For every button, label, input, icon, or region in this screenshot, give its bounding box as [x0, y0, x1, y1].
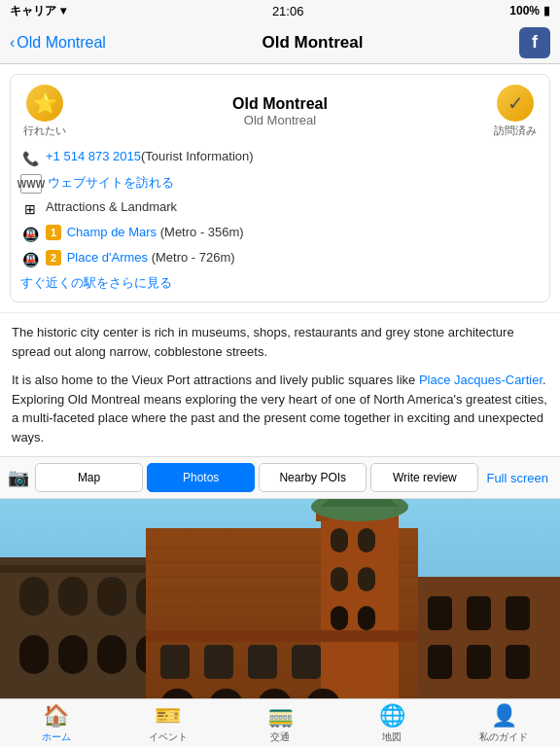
svg-rect-46 — [418, 577, 560, 698]
back-label: Old Montreal — [17, 34, 106, 52]
svg-marker-30 — [321, 499, 399, 507]
svg-rect-4 — [58, 577, 88, 616]
svg-rect-45 — [146, 630, 418, 642]
svg-rect-31 — [331, 528, 348, 552]
place-jacquescartier-link[interactable]: Place Jacques-Cartier — [419, 373, 542, 387]
svg-rect-32 — [358, 528, 375, 552]
carrier-text: キャリア — [10, 3, 56, 19]
visited-label: 訪問済み — [494, 124, 537, 138]
svg-rect-9 — [97, 635, 126, 674]
back-button[interactable]: ‹ Old Montreal — [10, 34, 106, 52]
facebook-button[interactable]: f — [519, 27, 550, 58]
svg-rect-34 — [358, 567, 375, 591]
description-section: The historic city center is rich in muse… — [0, 312, 560, 456]
svg-rect-8 — [58, 635, 88, 674]
website-row: WWW ウェブサイトを訪れる — [20, 171, 540, 196]
description-p2: It is also home to the Vieux Port attrac… — [12, 371, 548, 446]
svg-rect-3 — [19, 577, 49, 616]
tab-map[interactable]: 🌐 地図 — [336, 703, 448, 744]
metro-badge-2: 2 — [46, 250, 61, 266]
svg-rect-36 — [358, 606, 375, 630]
tab-my-guide[interactable]: 👤 私のガイド — [448, 703, 560, 744]
metro1-link[interactable]: Champ de Mars — [67, 225, 157, 239]
phone-suffix: (Tourist Information) — [141, 149, 254, 163]
svg-rect-52 — [506, 645, 530, 679]
svg-rect-5 — [97, 577, 126, 616]
content-area: ⭐ 行れたい Old Montreal Old Montreal ✓ 訪問済み … — [0, 64, 560, 698]
status-time: 21:06 — [272, 4, 304, 18]
transit-label: 交通 — [270, 730, 290, 744]
tabs-bar: 📷 Map Photos Nearby POIs Write review Fu… — [0, 456, 560, 499]
description-p1: The historic city center is rich in muse… — [12, 323, 548, 361]
camera-icon: 📷 — [8, 467, 29, 488]
tab-events[interactable]: 🎫 イベント — [112, 703, 224, 744]
svg-rect-44 — [292, 645, 321, 679]
facebook-icon: f — [532, 32, 538, 53]
metro1-suffix: (Metro - 356m) — [160, 225, 244, 239]
events-icon: 🎫 — [155, 703, 181, 729]
www-icon: WWW — [20, 174, 42, 194]
events-label: イベント — [149, 730, 188, 744]
visited-icon: ✓ — [497, 85, 534, 122]
metro-icon-1: 🚇 — [20, 225, 40, 244]
category-text: Attractions & Landmark — [46, 199, 177, 214]
svg-rect-50 — [428, 645, 452, 679]
metro1-row: 🚇 1 Champ de Mars (Metro - 356m) — [20, 222, 540, 247]
fullscreen-button[interactable]: Full screen — [482, 471, 552, 485]
phone-icon: 📞 — [20, 149, 40, 168]
website-link[interactable]: ウェブサイトを訪れる — [48, 174, 174, 192]
want-to-visit-button[interactable]: ⭐ 行れたい — [20, 85, 69, 138]
map-label: 地図 — [382, 730, 402, 744]
want-to-visit-label: 行れたい — [23, 124, 66, 138]
metro-icon-2: 🚇 — [20, 250, 40, 269]
place-info: Old Montreal Old Montreal — [85, 95, 475, 127]
home-icon: 🏠 — [43, 703, 69, 729]
svg-rect-49 — [506, 596, 530, 630]
visited-button[interactable]: ✓ 訪問済み — [491, 85, 540, 138]
tab-home[interactable]: 🏠 ホーム — [0, 703, 112, 744]
svg-rect-35 — [331, 606, 348, 630]
phone-row: 📞 +1 514 873 2015(Tourist Information) — [20, 146, 540, 171]
svg-rect-42 — [204, 645, 233, 679]
battery-icon: ▮ — [543, 4, 550, 18]
my-guide-label: 私のガイド — [479, 730, 528, 744]
status-bar: キャリア ▾ 21:06 100% ▮ — [0, 0, 560, 21]
tab-write-review[interactable]: Write review — [370, 463, 478, 492]
nav-bar: ‹ Old Montreal Old Montreal f — [0, 21, 560, 64]
tab-nearby-pois[interactable]: Nearby POIs — [259, 463, 367, 492]
card-top: ⭐ 行れたい Old Montreal Old Montreal ✓ 訪問済み — [20, 85, 540, 138]
svg-rect-41 — [160, 645, 190, 679]
category-icon: ⊞ — [20, 199, 40, 219]
photo-area: Photo by the_anti_paul (Attribution Lice… — [0, 499, 560, 698]
transit-icon: 🚃 — [267, 703, 294, 729]
category-row: ⊞ Attractions & Landmark — [20, 196, 540, 222]
place-card: ⭐ 行れたい Old Montreal Old Montreal ✓ 訪問済み … — [10, 74, 550, 302]
place-name-sub: Old Montreal — [85, 113, 475, 127]
more-stations-link[interactable]: すぐ近くの駅をさらに見る — [20, 274, 540, 292]
metro2-row: 🚇 2 Place d'Armes (Metro - 726m) — [20, 247, 540, 272]
svg-rect-7 — [19, 635, 49, 674]
place-name: Old Montreal — [85, 95, 475, 113]
phone-link[interactable]: +1 514 873 2015 — [46, 149, 141, 163]
status-carrier: キャリア ▾ — [10, 3, 66, 19]
map-globe-icon: 🌐 — [379, 703, 405, 729]
tab-photos[interactable]: Photos — [147, 463, 255, 492]
tab-transit[interactable]: 🚃 交通 — [224, 703, 335, 744]
metro2-suffix: (Metro - 726m) — [152, 250, 235, 265]
metro2-link[interactable]: Place d'Armes — [67, 250, 148, 265]
metro-badge-1: 1 — [46, 225, 61, 240]
status-battery: 100% ▮ — [509, 4, 550, 18]
building-photo — [0, 499, 560, 698]
svg-rect-43 — [248, 645, 277, 679]
svg-rect-47 — [428, 596, 452, 630]
svg-rect-33 — [331, 567, 348, 591]
tab-map[interactable]: Map — [35, 463, 143, 492]
home-label: ホーム — [42, 730, 71, 744]
svg-rect-48 — [467, 596, 491, 630]
want-to-visit-icon: ⭐ — [26, 85, 63, 122]
page-title: Old Montreal — [262, 33, 364, 53]
bottom-tab-bar: 🏠 ホーム 🎫 イベント 🚃 交通 🌐 地図 👤 私のガイド — [0, 698, 560, 747]
svg-rect-51 — [467, 645, 491, 679]
chevron-left-icon: ‹ — [10, 34, 15, 52]
wifi-icon: ▾ — [60, 4, 66, 18]
